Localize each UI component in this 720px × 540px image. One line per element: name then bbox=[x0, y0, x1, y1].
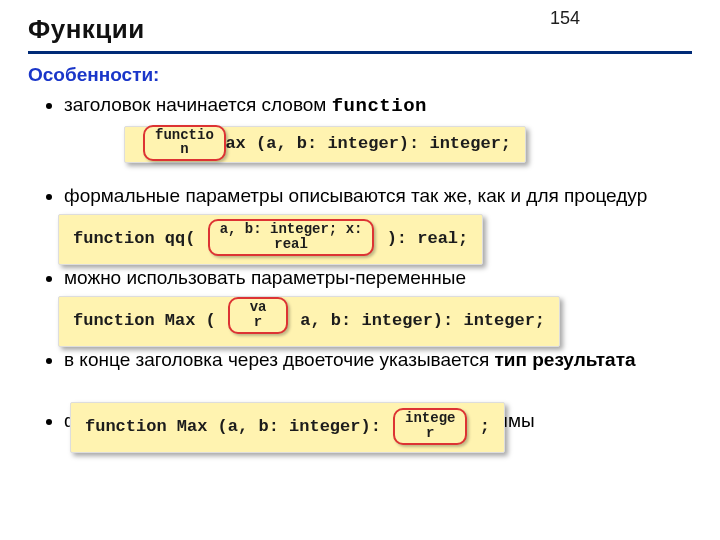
bullet-text: можно использовать параметры-переменные bbox=[64, 267, 466, 288]
bullet-text: в конце заголовка через двоеточие указыв… bbox=[64, 349, 494, 370]
code-text-right: a, b: integer): integer; bbox=[290, 310, 545, 333]
code-text-right: ; bbox=[469, 416, 489, 439]
section-subhead: Особенности: bbox=[28, 64, 692, 86]
highlight-function: functio n bbox=[143, 125, 226, 161]
page-title: Функции bbox=[28, 14, 692, 45]
bullet-text: заголовок начинается словом bbox=[64, 94, 332, 115]
code-text-left: function Max ( bbox=[73, 310, 226, 333]
bullet-text: формальные параметры описываются так же,… bbox=[64, 185, 647, 206]
code-text-left: function qq( bbox=[73, 228, 206, 251]
code-text: Max (a, b: integer): integer; bbox=[205, 133, 511, 156]
highlight-integer: intege r bbox=[393, 408, 467, 444]
code-example-2: function qq( a, b: integer; x: real ): r… bbox=[58, 214, 483, 264]
title-underline bbox=[28, 51, 692, 54]
list-item: заголовок начинается словом function Max… bbox=[64, 92, 692, 177]
bullet-text-strong: тип результата bbox=[494, 349, 635, 370]
keyword-function: function bbox=[332, 95, 427, 117]
list-item: в конце заголовка через двоеточие указыв… bbox=[64, 347, 692, 403]
list-item: функции располагаются ВЫШЕ основной прог… bbox=[64, 408, 692, 434]
code-example-3: function Max ( va r a, b: integer): inte… bbox=[58, 296, 560, 346]
code-example-4: function Max (a, b: integer): intege r ; bbox=[70, 402, 505, 452]
code-text-left: function Max (a, b: integer): bbox=[85, 416, 391, 439]
code-text-right: ): real; bbox=[376, 228, 468, 251]
page-number: 154 bbox=[550, 8, 580, 29]
highlight-params: a, b: integer; x: real bbox=[208, 219, 375, 255]
bullet-list: заголовок начинается словом function Max… bbox=[28, 92, 692, 434]
code-example-1: Max (a, b: integer): integer; functio n bbox=[124, 126, 526, 163]
highlight-var: va r bbox=[228, 297, 288, 333]
